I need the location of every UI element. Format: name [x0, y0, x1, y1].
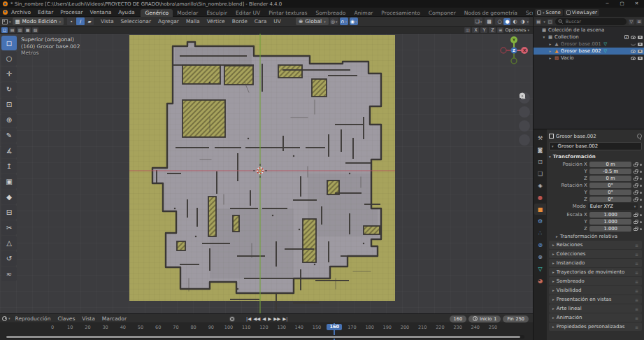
tool-scale[interactable]: ⊡ — [1, 97, 17, 112]
properties-tab-data[interactable]: ▽ — [534, 263, 546, 274]
jump-end-button[interactable]: ▶| — [282, 316, 287, 322]
panel-arte-lineal[interactable]: ▸Arte lineal≡ — [549, 304, 642, 313]
checkbox-icon[interactable]: ✓ — [624, 35, 629, 39]
viewport-menu-vista[interactable]: Vista — [97, 18, 117, 24]
camera-view-button[interactable] — [519, 120, 530, 132]
solid-shading-button[interactable]: ● — [503, 18, 510, 25]
properties-tab-physics[interactable]: ⊚ — [534, 239, 546, 250]
panel-visibilidad[interactable]: ▸Visibilidad≡ — [549, 286, 642, 295]
lock-icon[interactable] — [634, 214, 638, 218]
timeline-scrollbar[interactable] — [6, 335, 524, 339]
new-collection-button[interactable]: ⊞ — [636, 19, 642, 24]
face-select-button[interactable]: ▰ — [85, 17, 94, 25]
animate-dot[interactable] — [640, 206, 642, 208]
close-button[interactable]: ✕ — [629, 0, 644, 8]
rotation-mode-dropdown[interactable]: Euler XYZ ▾ — [588, 203, 638, 210]
viewport-menu-malla[interactable]: Malla — [183, 18, 203, 24]
properties-tab-scene[interactable]: ◈ — [534, 180, 546, 191]
snap-options-icon[interactable]: ⊞ — [497, 27, 503, 33]
expand-arrow[interactable]: ▾ — [542, 35, 546, 39]
next-keyframe-button[interactable]: ▶▶ — [273, 316, 280, 322]
lock-icon[interactable] — [634, 192, 638, 195]
viewport-canvas[interactable]: Y X Z ◻○✛↻⊡⊕✎∡↥▣◆⊟✂△↺≈ Superior (ortogon… — [0, 34, 533, 313]
vertex-select-button[interactable]: • — [67, 17, 76, 25]
tool-loop-cut[interactable]: ⊟ — [1, 205, 17, 220]
timeline-menu-claves[interactable]: Claves — [54, 316, 78, 322]
pivot-point-button[interactable]: ◎▾ — [330, 17, 338, 25]
tool-move[interactable]: ✛ — [1, 66, 17, 81]
frame-start-field[interactable]: Inicio 1 — [468, 316, 501, 323]
auto-keying-button[interactable] — [229, 316, 235, 322]
panel-colecciones[interactable]: ▸Colecciones≡ — [549, 250, 642, 258]
menu-ventana[interactable]: Ventana — [87, 9, 115, 15]
panel-sombreado[interactable]: ▸Sombreado≡ — [549, 277, 642, 285]
current-frame-field[interactable]: 160 — [450, 316, 466, 323]
jump-start-button[interactable]: |◀ — [246, 316, 251, 322]
transform-value-field[interactable]: 1.000 — [589, 226, 632, 232]
lock-icon[interactable] — [634, 164, 638, 167]
transform-panel-header[interactable]: ▾ Transformación — [549, 153, 642, 161]
material-shading-button[interactable]: ◐ — [511, 18, 518, 25]
panel-relaciones[interactable]: ▸Relaciones≡ — [549, 241, 642, 249]
transform-value-field[interactable]: 0° — [589, 190, 632, 196]
prev-keyframe-button[interactable]: ◀◀ — [253, 316, 260, 322]
ortho-toggle-button[interactable] — [519, 134, 530, 146]
eye-icon[interactable] — [631, 36, 636, 39]
panel-presentación-en-vistas[interactable]: ▸Presentación en vistas≡ — [549, 295, 642, 304]
transform-value-field[interactable]: 0 m — [589, 162, 632, 168]
tool-knife[interactable]: ✂ — [1, 220, 17, 235]
tool-settings-icon-3[interactable]: ▦ — [24, 27, 31, 33]
lock-icon[interactable] — [634, 199, 638, 202]
outliner-display-mode[interactable]: ▤ — [536, 19, 541, 24]
orientation-selector[interactable]: ⊕ Global ▾ — [296, 17, 329, 25]
xray-toggle-button[interactable]: ▩ — [485, 17, 493, 25]
tool-measure[interactable]: ∡ — [1, 143, 17, 158]
tool-settings-icon-4[interactable]: ▧ — [32, 27, 38, 33]
mirror-x-button[interactable]: X — [472, 27, 479, 33]
panel-instanciado[interactable]: ▸Instanciado≡ — [549, 259, 642, 267]
snap-magnet-button[interactable]: ∩▾ — [340, 17, 348, 25]
properties-tab-constraints[interactable]: ⊗ — [534, 251, 546, 262]
properties-tab-tool[interactable]: ⚒ — [534, 132, 546, 143]
tool-settings-icon-2[interactable]: ▥ — [17, 27, 23, 33]
viewport-menu-vértice[interactable]: Vértice — [203, 18, 229, 24]
menu-procesar[interactable]: Procesar — [57, 9, 86, 15]
lock-icon[interactable] — [634, 228, 638, 232]
animate-dot[interactable] — [640, 214, 642, 216]
outliner-row-grosor-base-001[interactable]: ▸▲Grosor base.001▽ — [534, 41, 644, 48]
workspace-tab-6[interactable]: Animar — [350, 9, 377, 17]
play-button[interactable]: ▶ — [268, 316, 271, 322]
filter-funnel-icon[interactable]: ▽ — [629, 19, 634, 24]
animate-dot[interactable] — [640, 199, 642, 201]
scene-selector[interactable]: ▾ Scene — [535, 9, 563, 16]
viewport-menu-cara[interactable]: Cara — [251, 18, 271, 24]
expand-arrow[interactable]: ▸ — [548, 56, 552, 60]
mode-selector[interactable]: ▦ Modo Edición ▾ — [13, 17, 64, 25]
transform-value-field[interactable]: 0° — [589, 183, 632, 189]
outliner-row-collection[interactable]: ▾▦Collection✓ — [534, 34, 644, 41]
lock-icon[interactable] — [634, 171, 638, 174]
menu-editar[interactable]: Editar — [34, 9, 57, 15]
rendered-shading-button[interactable]: ◑ — [519, 18, 526, 25]
transform-value-field[interactable]: 0 m — [589, 176, 632, 182]
properties-tab-output[interactable]: ⊡ — [534, 156, 546, 167]
workspace-tab-3[interactable]: Editar UV — [231, 9, 264, 17]
tool-rotate[interactable]: ↻ — [1, 82, 17, 97]
panel-animación[interactable]: ▸Animación≡ — [549, 313, 642, 322]
camera-toggle-icon[interactable] — [638, 43, 643, 46]
viewport-menu-uv[interactable]: UV — [270, 18, 285, 24]
tool-bevel[interactable]: ◆ — [1, 190, 17, 204]
maximize-button[interactable]: ▢ — [615, 0, 629, 8]
menu-archivo[interactable]: Archivo — [8, 9, 34, 15]
properties-tab-render[interactable]: ◙ — [534, 144, 546, 155]
pin-icon[interactable] — [637, 134, 642, 139]
timeline-menu-reproducción[interactable]: Reproducción — [12, 316, 55, 322]
lock-icon[interactable] — [634, 221, 638, 225]
viewport-menu-agregar[interactable]: Agregar — [155, 18, 183, 24]
tool-annotate[interactable]: ✎ — [1, 128, 17, 143]
workspace-tab-9[interactable]: Nodos de geometría — [460, 9, 522, 17]
frame-end-field[interactable]: Fin 250 — [503, 316, 529, 323]
play-reverse-button[interactable]: ◀ — [262, 316, 266, 322]
outliner-filter-icon[interactable]: ◫ — [548, 19, 553, 24]
tool-smooth[interactable]: ≈ — [1, 267, 17, 281]
